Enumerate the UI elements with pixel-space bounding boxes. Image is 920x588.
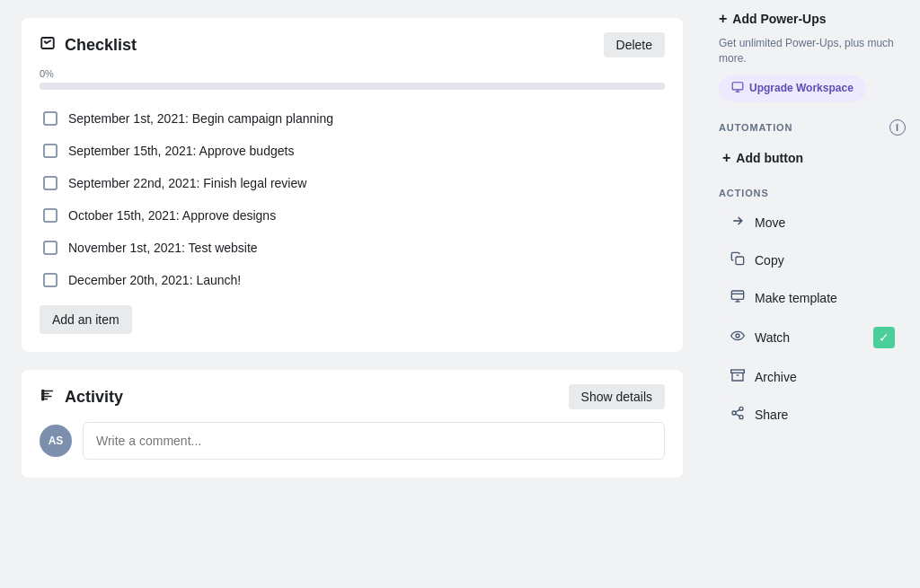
activity-title-group: Activity: [40, 387, 123, 407]
powerups-description: Get unlimited Power-Ups, plus much more.: [719, 36, 906, 66]
comment-input[interactable]: [83, 422, 665, 460]
item-text-5: December 20th, 2021: Launch!: [68, 273, 241, 287]
info-icon[interactable]: i: [889, 119, 906, 136]
svg-line-24: [736, 414, 740, 417]
add-item-button[interactable]: Add an item: [40, 305, 132, 334]
move-btn-inner: Move: [730, 214, 895, 232]
arrow-right-icon: [730, 214, 746, 232]
activity-title: Activity: [65, 388, 123, 407]
activity-header: Activity Show details: [40, 384, 665, 409]
watch-check-icon: ✓: [873, 327, 895, 348]
template-btn-left: Make template: [730, 289, 837, 307]
checklist-header: Checklist Delete: [40, 32, 665, 57]
template-btn-inner: Make template: [730, 289, 895, 307]
item-text-2: September 22nd, 2021: Finish legal revie…: [68, 176, 306, 190]
share-icon: [730, 406, 746, 424]
plus-icon: +: [719, 11, 727, 27]
workspace-icon: [731, 81, 744, 96]
item-text-1: September 15th, 2021: Approve budgets: [68, 144, 294, 158]
share-btn-inner: Share: [730, 406, 895, 424]
copy-icon: [730, 251, 746, 269]
copy-btn-left: Copy: [730, 251, 784, 269]
watch-btn-inner: Watch ✓: [730, 327, 895, 348]
activity-section: Activity Show details AS: [22, 370, 683, 478]
watch-btn-left: Watch: [730, 329, 790, 347]
checklist-title-group: Checklist: [40, 35, 137, 56]
watch-button[interactable]: Watch ✓: [719, 319, 906, 356]
eye-icon: [730, 329, 746, 347]
svg-point-18: [736, 334, 739, 338]
list-item: December 20th, 2021: Launch!: [40, 264, 665, 296]
svg-point-7: [42, 395, 44, 397]
sidebar: + Add Power-Ups Get unlimited Power-Ups,…: [704, 0, 920, 588]
progress-label: 0%: [40, 68, 665, 79]
checklist-items: September 1st, 2021: Begin campaign plan…: [40, 102, 665, 296]
share-btn-left: Share: [730, 406, 788, 424]
svg-point-23: [739, 415, 743, 418]
item-checkbox-1[interactable]: [43, 144, 58, 158]
svg-point-5: [42, 390, 44, 391]
archive-icon: [730, 368, 746, 386]
svg-point-21: [739, 407, 743, 410]
move-btn-left: Move: [730, 214, 785, 232]
item-text-0: September 1st, 2021: Begin campaign plan…: [68, 111, 333, 126]
list-item: September 1st, 2021: Begin campaign plan…: [40, 102, 665, 135]
svg-rect-14: [731, 291, 743, 299]
template-icon: [730, 289, 746, 307]
share-button[interactable]: Share: [719, 398, 906, 432]
activity-icon: [40, 387, 56, 407]
move-button[interactable]: Move: [719, 206, 906, 240]
comment-area: AS: [40, 422, 665, 460]
archive-btn-left: Archive: [730, 368, 797, 386]
svg-line-25: [736, 409, 740, 412]
make-template-button[interactable]: Make template: [719, 281, 906, 315]
add-powerups-button[interactable]: + Add Power-Ups: [719, 7, 827, 31]
copy-button[interactable]: Copy: [719, 243, 906, 277]
checklist-icon: [40, 35, 56, 56]
upgrade-workspace-button[interactable]: Upgrade Workspace: [719, 75, 866, 101]
list-item: September 22nd, 2021: Finish legal revie…: [40, 167, 665, 199]
copy-btn-inner: Copy: [730, 251, 895, 269]
actions-label: ACTIONS: [719, 188, 906, 198]
item-checkbox-4[interactable]: [43, 241, 58, 255]
automation-label: AUTOMATION i: [719, 119, 906, 136]
delete-button[interactable]: Delete: [604, 32, 665, 57]
plus-icon-automation: +: [722, 150, 730, 166]
show-details-button[interactable]: Show details: [569, 384, 665, 409]
checklist-title: Checklist: [65, 36, 137, 55]
progress-bar-track: [40, 83, 665, 90]
list-item: October 15th, 2021: Approve designs: [40, 199, 665, 232]
progress-area: 0%: [40, 68, 665, 90]
archive-button[interactable]: Archive: [719, 360, 906, 394]
svg-rect-13: [736, 257, 744, 265]
svg-point-8: [42, 398, 44, 399]
archive-btn-inner: Archive: [730, 368, 895, 386]
svg-point-6: [42, 392, 44, 394]
list-item: November 1st, 2021: Test website: [40, 232, 665, 264]
list-item: September 15th, 2021: Approve budgets: [40, 135, 665, 167]
item-checkbox-0[interactable]: [43, 111, 58, 126]
item-checkbox-5[interactable]: [43, 273, 58, 287]
item-text-4: November 1st, 2021: Test website: [68, 241, 258, 255]
avatar: AS: [40, 425, 72, 457]
item-checkbox-3[interactable]: [43, 208, 58, 223]
checklist-section: Checklist Delete 0% September 1st, 2021:…: [22, 18, 683, 352]
add-button-row[interactable]: + Add button: [719, 143, 906, 173]
item-checkbox-2[interactable]: [43, 176, 58, 190]
svg-rect-9: [732, 82, 743, 89]
item-text-3: October 15th, 2021: Approve designs: [68, 208, 276, 223]
svg-rect-19: [731, 370, 745, 373]
main-content: Checklist Delete 0% September 1st, 2021:…: [0, 0, 704, 588]
svg-point-22: [732, 411, 736, 415]
